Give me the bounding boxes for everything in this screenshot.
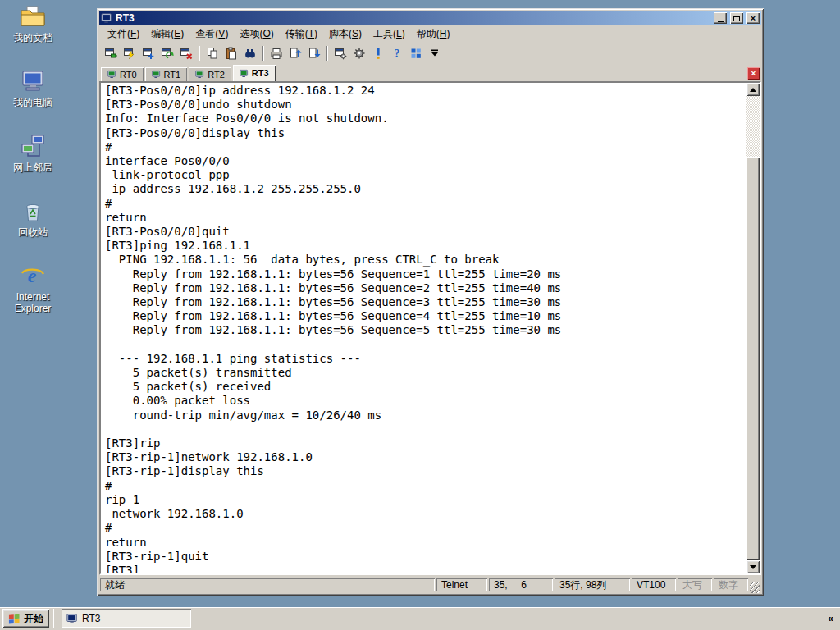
copy-icon: [206, 47, 219, 60]
paste-button[interactable]: [222, 44, 240, 62]
maximize-icon: [733, 16, 740, 21]
svg-text:?: ?: [395, 48, 400, 60]
svg-text:e: e: [28, 265, 37, 286]
internet-explorer-icon: e: [20, 262, 46, 289]
maximize-button[interactable]: [730, 12, 743, 24]
network-places-icon: [20, 133, 46, 159]
desktop-icon-label: 回收站: [18, 226, 48, 238]
status-bar: 就绪 Telnet 35, 6 35行, 98列 VT100 大写 数字: [99, 575, 761, 593]
status-emulation: VT100: [632, 578, 676, 591]
disconnect-icon: [180, 47, 193, 60]
taskbar: 开始 RT3 «: [0, 607, 840, 630]
window-titlebar[interactable]: RT3 ×: [99, 11, 761, 25]
status-protocol: Telnet: [436, 578, 487, 591]
desktop-icon-network-places[interactable]: 网上邻居: [5, 133, 61, 173]
window-icon: [101, 12, 112, 24]
reconnect-button[interactable]: [158, 44, 176, 62]
desktop-icon-my-computer[interactable]: 我的电脑: [5, 68, 61, 108]
toolbar: ?: [99, 43, 761, 64]
find-button[interactable]: [241, 44, 259, 62]
scrollbar-thumb[interactable]: [746, 157, 760, 560]
taskbar-tray: «: [824, 611, 838, 626]
copy-button[interactable]: [203, 44, 221, 62]
desktop-icon-internet-explorer[interactable]: e Internet Explorer: [5, 262, 61, 314]
help-button[interactable]: ?: [388, 44, 406, 62]
menu-item-script[interactable]: 脚本(S): [323, 25, 368, 43]
toolbar-separator: [326, 46, 328, 61]
new-session-icon: [142, 47, 155, 60]
tab-rt0[interactable]: RT0: [101, 67, 144, 81]
help-icon: ?: [390, 47, 404, 60]
session-tab-icon: [240, 69, 249, 78]
desktop-icon-my-documents[interactable]: 我的文档: [5, 3, 61, 43]
tab-rt3[interactable]: RT3: [233, 65, 276, 81]
session-tab-icon: [195, 70, 204, 79]
session-options-button[interactable]: [331, 44, 349, 62]
window-title: RT3: [116, 12, 135, 24]
disconnect-button[interactable]: [177, 44, 195, 62]
tab-label: RT3: [252, 68, 269, 78]
trace-options-icon: [372, 47, 385, 60]
find-icon: [244, 47, 257, 60]
taskbar-collapse-button[interactable]: «: [824, 611, 838, 626]
scroll-down-button[interactable]: [746, 560, 760, 573]
print-icon: [270, 47, 283, 60]
session-manager-button[interactable]: [407, 44, 425, 62]
start-button[interactable]: 开始: [2, 609, 49, 628]
close-tab-button[interactable]: ×: [747, 67, 760, 80]
close-button[interactable]: ×: [746, 12, 760, 24]
windows-flag-icon: [8, 613, 21, 625]
status-caps-lock: 大写: [678, 578, 712, 591]
desktop-icon-label: Internet Explorer: [5, 291, 61, 314]
minimize-icon: [718, 21, 724, 22]
tab-label: RT0: [120, 70, 137, 80]
tab-label: RT2: [208, 70, 225, 80]
menu-item-edit[interactable]: 编辑(E): [145, 25, 189, 43]
task-label: RT3: [82, 613, 100, 624]
terminal-window: RT3 × 文件(F) 编辑(E) 查看(V) 选项(O) 传输(T) 脚本(S…: [97, 8, 764, 596]
terminal-area: [RT3-Pos0/0/0]ip address 192.168.1.2 24 …: [99, 81, 761, 575]
menu-item-options[interactable]: 选项(O): [234, 25, 279, 43]
new-session-button[interactable]: [139, 44, 158, 62]
desktop: 我的文档 我的电脑 网上邻居: [0, 0, 840, 630]
taskbar-task-rt3[interactable]: RT3: [62, 609, 191, 628]
quick-connect-icon: [123, 47, 136, 60]
connect-button[interactable]: [102, 44, 120, 62]
menu-item-help[interactable]: 帮助(H): [411, 25, 456, 43]
my-computer-icon: [20, 68, 46, 94]
connect-icon: [104, 47, 117, 60]
tab-label: RT1: [164, 70, 181, 80]
quick-connect-button[interactable]: [121, 44, 139, 62]
scrollbar-track[interactable]: [746, 96, 760, 560]
toolbar-separator: [199, 46, 200, 61]
tab-rt2[interactable]: RT2: [189, 67, 231, 81]
desktop-icon-list: 我的文档 我的电脑 网上邻居: [5, 3, 61, 314]
print-button[interactable]: [267, 44, 285, 62]
menu-item-view[interactable]: 查看(V): [189, 25, 234, 43]
toolbar-overflow-icon: [428, 47, 441, 60]
global-options-button[interactable]: [350, 44, 368, 62]
download-button[interactable]: [305, 44, 323, 62]
upload-button[interactable]: [286, 44, 304, 62]
terminal-output[interactable]: [RT3-Pos0/0/0]ip address 192.168.1.2 24 …: [101, 83, 746, 573]
download-icon: [308, 47, 321, 60]
tab-rt1[interactable]: RT1: [145, 67, 188, 81]
scroll-up-button[interactable]: [746, 83, 760, 96]
menu-item-transfer[interactable]: 传输(T): [280, 25, 323, 43]
session-options-icon: [334, 47, 347, 60]
menu-item-file[interactable]: 文件(F): [102, 25, 145, 43]
trace-options-button[interactable]: [369, 44, 387, 62]
session-tab-bar: RT0 RT1 RT2 RT3 ×: [99, 64, 761, 81]
minimize-button[interactable]: [714, 12, 727, 24]
resize-grip[interactable]: [750, 582, 760, 593]
desktop-icon-label: 我的电脑: [13, 97, 52, 108]
recycle-bin-icon: [20, 198, 46, 224]
taskbar-divider: [53, 609, 57, 628]
desktop-icon-recycle-bin[interactable]: 回收站: [5, 198, 61, 238]
menu-item-tools[interactable]: 工具(L): [368, 25, 411, 43]
close-icon: ×: [751, 13, 756, 23]
start-label: 开始: [24, 612, 43, 626]
toolbar-overflow-button[interactable]: [426, 44, 444, 62]
terminal-scrollbar[interactable]: [746, 83, 760, 573]
session-tab-icon: [152, 70, 161, 79]
